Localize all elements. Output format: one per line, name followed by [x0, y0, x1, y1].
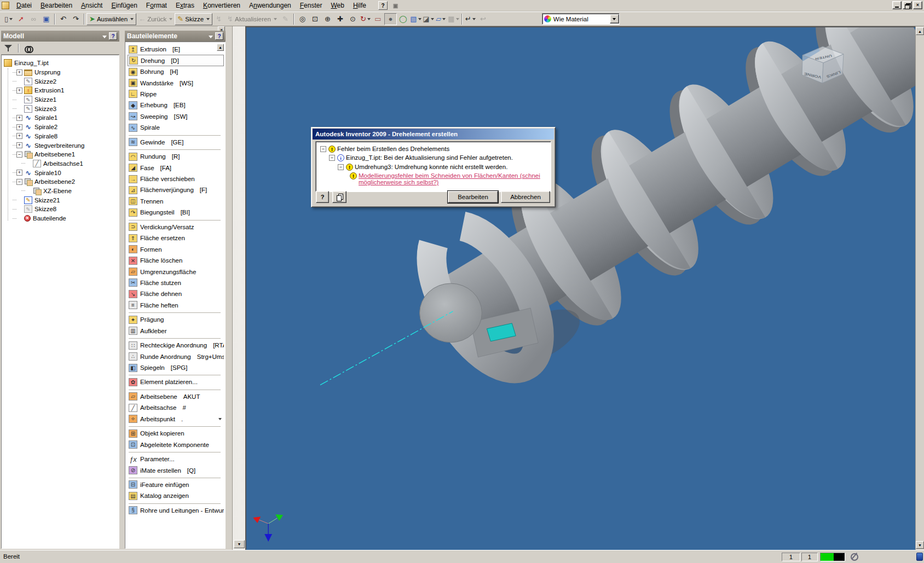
look-at-button[interactable]: ▭ — [372, 13, 384, 25]
menu-web[interactable]: Web — [326, 1, 348, 11]
feature-abgeleitete-komponente[interactable]: ⊡Abgeleitete Komponente — [128, 439, 224, 450]
feature-flächenverjüngung[interactable]: ⊿Flächenverjüngung[F] — [128, 184, 224, 195]
dialog-copy-button[interactable] — [332, 191, 347, 203]
expand-icon[interactable]: + — [16, 142, 22, 148]
new-file-button[interactable]: ▯ — [2, 13, 15, 25]
feature-wandstärke[interactable]: ▣Wandstärke[WS] — [128, 77, 224, 88]
menu-datei[interactable]: Datei — [12, 1, 36, 11]
chevron-down-icon[interactable] — [418, 18, 421, 20]
collapse-icon[interactable]: − — [16, 152, 22, 158]
collapse-icon[interactable]: − — [320, 146, 326, 152]
tree-item-arbeitsachse1[interactable]: ╱Arbeitsachse1 — [2, 159, 119, 169]
close-button[interactable]: × — [913, 1, 922, 9]
edit-button[interactable]: Bearbeiten — [448, 191, 498, 203]
menu-anwendungen[interactable]: Anwendungen — [245, 1, 296, 11]
feature-parameter[interactable]: ƒxParameter... — [128, 454, 224, 465]
error-link[interactable]: Modellierungsfehler beim Schneiden von F… — [359, 172, 540, 185]
3d-viewport-canvas[interactable]: UNTEN VORNE LINKS — [246, 27, 915, 550]
collapse-icon[interactable]: − — [16, 179, 22, 185]
feature-extrusion[interactable]: ↥Extrusion[E] — [128, 44, 224, 55]
menu-ansicht[interactable]: Ansicht — [77, 1, 107, 11]
viewport-scrollbar[interactable]: ▲ ▼ — [915, 26, 924, 550]
dialog-title-bar[interactable]: Autodesk Inventor 2009 - Drehelement ers… — [313, 129, 554, 140]
chevron-down-icon[interactable] — [431, 18, 434, 20]
feature-formen[interactable]: ◐Formen — [128, 243, 224, 254]
center-axis-line[interactable] — [320, 311, 453, 385]
dock-scrollbar[interactable]: ▼ — [232, 26, 245, 550]
material-style-combo[interactable]: Wie Material — [542, 13, 620, 25]
chevron-down-icon[interactable] — [9, 18, 13, 20]
tree-item-einzug-t-ipt[interactable]: Einzug_T.ipt — [2, 59, 119, 68]
menu-einfügen[interactable]: Einfügen — [107, 1, 141, 11]
feature-katalog-anzeigen[interactable]: ▤Katalog anzeigen — [128, 490, 224, 501]
features-panel-header[interactable]: Bauteilelemente ? — [125, 31, 226, 42]
tree-item-skizze1[interactable]: ✎Skizze1 — [2, 95, 119, 105]
zoom-button[interactable]: ⊕ — [321, 13, 334, 25]
chevron-down-icon[interactable] — [209, 36, 213, 38]
tree-item-arbeitsebene2[interactable]: −Arbeitsebene2 — [2, 177, 119, 187]
feature-arbeitspunkt[interactable]: ✧Arbeitspunkt. — [128, 414, 224, 425]
expand-icon[interactable]: + — [16, 133, 22, 139]
feature-trennen[interactable]: ◫Trennen — [128, 196, 224, 207]
chevron-down-icon[interactable] — [456, 18, 459, 20]
menu-bearbeiten[interactable]: Bearbeiten — [36, 1, 77, 11]
expand-icon[interactable]: + — [16, 124, 22, 130]
model-help-button[interactable]: ? — [109, 32, 117, 40]
expand-icon[interactable]: + — [16, 88, 22, 94]
feature-rippe[interactable]: ∟Rippe — [128, 89, 224, 100]
tree-item-skizze3[interactable]: ✎Skizze3 — [2, 104, 119, 113]
chevron-down-icon[interactable] — [367, 18, 371, 20]
tree-item-ursprung[interactable]: +Ursprung — [2, 68, 119, 77]
expand-icon[interactable]: + — [16, 69, 22, 76]
dialog-help-button[interactable]: ? — [316, 191, 329, 203]
feature-objekt-kopieren[interactable]: ⊞Objekt kopieren — [128, 428, 224, 439]
tree-item-skizze2[interactable]: ✎Skizze2 — [2, 77, 119, 86]
collapse-icon[interactable]: − — [338, 164, 344, 170]
menu-format[interactable]: Format — [142, 1, 171, 11]
ground-shadow-button[interactable]: ◯ — [397, 13, 409, 25]
menu-hilfe[interactable]: Hilfe — [349, 1, 371, 11]
document-icon[interactable] — [2, 2, 9, 9]
scroll-up-button[interactable]: ▲ — [916, 27, 924, 35]
scroll-down-button[interactable]: ▼ — [916, 541, 924, 549]
feature-imate-erstellen[interactable]: ⊘iMate erstellen[Q] — [128, 465, 224, 475]
tree-item-stegverbreiterung[interactable]: +∿Stegverbreiterung — [2, 141, 119, 150]
feature-element-platzieren[interactable]: ✿Element platzieren... — [128, 376, 224, 387]
feature-verdickung-versatz[interactable]: ⊃Verdickung/Versatz — [128, 222, 224, 233]
expand-icon[interactable]: + — [16, 170, 22, 176]
sketch-button[interactable]: ✎Skizze — [175, 13, 212, 25]
cancel-button[interactable]: Abbrechen — [501, 191, 550, 203]
chevron-down-icon[interactable] — [442, 18, 446, 20]
filter-icon[interactable] — [4, 44, 13, 52]
feature-aufkleber[interactable]: ▥Aufkleber — [128, 326, 224, 336]
section-view-button[interactable]: ◪ — [422, 13, 435, 25]
feature-arbeitsebene[interactable]: ▱ArbeitsebeneAKUT — [128, 391, 224, 402]
chevron-down-icon[interactable] — [206, 18, 210, 20]
feature-rundung[interactable]: ◠Rundung[R] — [128, 151, 224, 162]
feature-ifeature-einfügen[interactable]: ⊟iFeature einfügen — [128, 479, 224, 490]
tree-item-spirale10[interactable]: +∿Spirale10 — [2, 168, 119, 177]
open-file-button[interactable]: ➚ — [15, 13, 27, 25]
menu-fenster[interactable]: Fenster — [296, 1, 327, 11]
feature-fläche-heften[interactable]: ≡Fläche heften — [128, 300, 224, 311]
feature-fläche-stutzen[interactable]: ✂Fläche stutzen — [128, 277, 224, 288]
feature-fase[interactable]: ◢Fase[FA] — [128, 162, 224, 173]
orbit-button[interactable]: ↻ — [359, 13, 372, 25]
feature-fläche-dehnen[interactable]: ↘Fläche dehnen — [128, 288, 224, 299]
restore-button[interactable] — [903, 1, 912, 9]
feature-rohre-und-leitungen-entwurf[interactable]: §Rohre und Leitungen - Entwurf — [128, 505, 224, 516]
chevron-down-icon[interactable] — [274, 18, 277, 20]
collapse-icon[interactable]: − — [329, 155, 335, 161]
menu-konvertieren[interactable]: Konvertieren — [199, 1, 245, 11]
model-panel-header[interactable]: Modell ? — [1, 31, 119, 42]
feature-erhebung[interactable]: ◆Erhebung[EB] — [128, 100, 224, 111]
tree-item-bauteilende[interactable]: ✕Bauteilende — [2, 214, 119, 223]
whats-this-button[interactable]: ? — [378, 1, 388, 10]
zoom-selected-button[interactable]: ⊙ — [347, 13, 359, 25]
feature-fläche-verschieben[interactable]: →Fläche verschieben — [128, 173, 224, 184]
zoom-window-button[interactable]: ⊡ — [309, 13, 321, 25]
shaded-display-button[interactable]: ● — [384, 13, 397, 25]
tree-item-extrusion1[interactable]: +↑Extrusion1 — [2, 86, 119, 95]
zoom-all-button[interactable]: ◎ — [296, 13, 309, 25]
chevron-down-icon[interactable] — [218, 418, 222, 420]
